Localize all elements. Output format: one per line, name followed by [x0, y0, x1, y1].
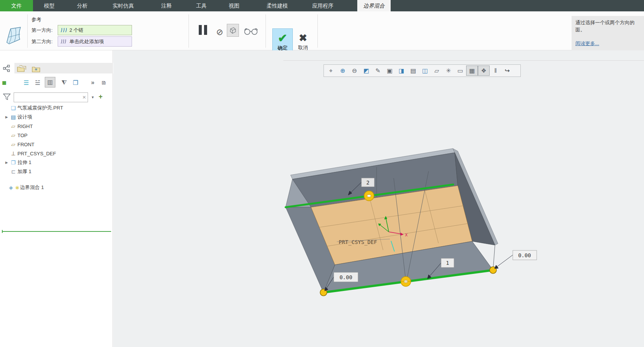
tab-view[interactable]: 视图	[219, 0, 249, 11]
tree-item-extrude[interactable]: ▶ ❐ 拉伸 1	[0, 158, 113, 167]
repaint-icon[interactable]: ◩	[360, 66, 372, 76]
tree-search-input[interactable]	[14, 92, 88, 102]
search-clear-icon[interactable]: ✕	[82, 95, 86, 100]
svg-text:✳: ✳	[35, 67, 38, 72]
no-preview-icon[interactable]: ⊘	[216, 27, 223, 37]
dir2-placeholder: 单击此处添加项	[69, 38, 104, 45]
tab-annotate[interactable]: 注释	[152, 0, 181, 11]
right-corner-edge	[493, 245, 495, 270]
tree-columns-toggle[interactable]: ▥	[45, 77, 55, 88]
search-dropdown-icon[interactable]: ▼	[91, 95, 94, 99]
tab-live-sim[interactable]: 实时仿真	[101, 0, 146, 11]
tree-item-thicken[interactable]: ⊏ 加厚 1	[0, 167, 113, 176]
svg-text:0.00: 0.00	[518, 252, 531, 258]
in-graphics-toolbar: ⌖ ⊕ ⊖ ◩ ✎ ▣ ◨ ▤ ◫ ▱ ✳ ▭ ▦ ❖ ‖ ↪	[324, 64, 521, 77]
tree-item-front-plane[interactable]: ▱ FRONT	[0, 140, 113, 149]
zoom-in-icon[interactable]: ⊕	[337, 66, 349, 76]
glasses-icon[interactable]	[244, 27, 258, 35]
datum-filter-icon[interactable]: ✳	[443, 66, 454, 76]
select-filter-icon[interactable]: ▦	[466, 66, 478, 76]
svg-text:2: 2	[366, 180, 369, 186]
tangency-value-right[interactable]: 0.00	[513, 250, 537, 260]
ribbon: 参考 第一方向: 2 个链 第二方向: 单击此处添加项 ⊘ ✔ 确定 ✖ 取消	[0, 11, 644, 50]
tree-item-design-items[interactable]: ▶ ▤ 设计项	[0, 113, 113, 122]
part-icon: ❑	[9, 105, 17, 111]
datum-plane-icon: ▱	[9, 132, 17, 138]
chain1-handle[interactable]	[401, 277, 411, 286]
design-items-icon: ▤	[9, 114, 17, 120]
tree-header-strip	[14, 63, 113, 73]
part-display-icon[interactable]: ■	[2, 78, 6, 87]
tree-item-top-plane[interactable]: ▱ TOP	[0, 131, 113, 140]
expander-icon[interactable]: ▶	[5, 115, 9, 119]
tree-detail-list-icon[interactable]: ☱	[35, 79, 40, 86]
view-manager-icon[interactable]: ◫	[419, 66, 431, 76]
resume-icon[interactable]: ↪	[501, 66, 513, 76]
dir1-label: 第一方向:	[31, 27, 53, 34]
dir2-label: 第二方向:	[31, 38, 53, 45]
tab-apps[interactable]: 应用程序	[302, 0, 344, 11]
model-tree-icon[interactable]	[3, 65, 11, 72]
expander-icon[interactable]: ▶	[5, 161, 9, 164]
tree-insertion-line[interactable]	[2, 231, 111, 232]
ok-check-icon: ✔	[278, 33, 287, 44]
refit-icon[interactable]: ⌖	[325, 66, 337, 76]
attached-preview-button[interactable]	[227, 24, 239, 37]
help-text-line1: 通过选择一个或两个方向的	[575, 19, 644, 26]
tab-flex-model[interactable]: 柔性建模	[255, 0, 300, 11]
reference-group-label: 参考	[31, 16, 41, 23]
model-tree-panel: ✳ ■ ☰ ☱ ▥ ⧨ ❐ » 🗈 ✕ ▼ + ❑ 气泵减震保护壳.PRT ▶ …	[0, 50, 113, 347]
csys-icon: ⊥	[9, 150, 17, 156]
boundary-blend-icon	[5, 26, 22, 47]
favorites-folder-icon[interactable]: ✳	[32, 66, 40, 72]
svg-text:0.00: 0.00	[339, 274, 352, 280]
annotation-toggle-icon[interactable]: ▭	[454, 66, 466, 76]
display-style-icon[interactable]: ▣	[384, 66, 396, 76]
section-icon[interactable]: ◨	[396, 66, 407, 76]
datum-display-icon[interactable]: ▱	[431, 66, 443, 76]
menu-bar: 文件 模型 分析 实时仿真 注释 工具 视图 柔性建模 应用程序 边界混合	[0, 0, 644, 11]
datum-plane-icon: ▱	[9, 123, 17, 129]
spin-center-icon[interactable]: ❖	[478, 66, 490, 76]
datum-plane-icon: ▱	[9, 141, 17, 147]
help-text-line2: 面。	[575, 26, 644, 33]
filter-funnel-icon[interactable]	[3, 94, 11, 100]
tree-list-icon[interactable]: ☰	[24, 79, 29, 86]
saved-views-icon[interactable]: ▤	[407, 66, 419, 76]
tree-item-part[interactable]: ❑ 气泵减震保护壳.PRT	[0, 103, 113, 113]
chain2-label[interactable]: 2	[361, 178, 374, 187]
boundary-blend-feature-icon: ◈	[7, 184, 15, 191]
tree-settings-icon[interactable]: ❐	[73, 79, 78, 86]
chain2-handle[interactable]	[364, 191, 374, 201]
surface-icon	[60, 39, 67, 45]
tangency-value-left[interactable]: 0.00	[334, 272, 358, 282]
graphics-area[interactable]: ⌖ ⊕ ⊖ ◩ ✎ ▣ ◨ ▤ ◫ ▱ ✳ ▭ ▦ ❖ ‖ ↪	[113, 50, 644, 347]
cancel-x-icon: ✖	[299, 33, 307, 43]
chain1-label[interactable]: 1	[441, 258, 454, 267]
tree-toolbar-overflow[interactable]: »	[91, 79, 94, 86]
tree-filter-icon[interactable]: ⧨	[61, 79, 67, 86]
tab-tools[interactable]: 工具	[187, 0, 216, 11]
pause-feature-button[interactable]	[198, 25, 208, 36]
tree-item-csys[interactable]: ⊥ PRT_CSYS_DEF	[0, 149, 113, 158]
read-more-link[interactable]: 阅读更多...	[575, 41, 599, 46]
tree-item-right-plane[interactable]: ▱ RIGHT	[0, 122, 113, 131]
dir1-value: 2 个链	[69, 27, 83, 34]
tab-analysis[interactable]: 分析	[68, 0, 97, 11]
pause-icon[interactable]: ‖	[490, 66, 501, 76]
chain-icon	[60, 27, 67, 33]
folders-icon[interactable]	[17, 65, 27, 72]
dir2-collector[interactable]: 单击此处添加项	[58, 36, 132, 47]
tab-file[interactable]: 文件	[0, 0, 33, 11]
tree-item-boundary-blend[interactable]: ◈ ※ 边界混合 1	[0, 183, 113, 192]
svg-text:1: 1	[446, 260, 449, 266]
zoom-out-icon[interactable]: ⊖	[349, 66, 360, 76]
dir1-collector[interactable]: 2 个链	[58, 25, 132, 35]
tab-boundary-blend[interactable]: 边界混合	[357, 0, 391, 11]
tree-doc-icon[interactable]: 🗈	[101, 79, 107, 86]
shade-icon[interactable]: ✎	[372, 66, 384, 76]
new-feature-marker: ※	[15, 185, 19, 191]
search-add-icon[interactable]: +	[99, 93, 103, 101]
model-3d-view[interactable]: X PRT_CSYS_DEF 2 1	[281, 144, 546, 303]
tab-model[interactable]: 模型	[35, 0, 64, 11]
